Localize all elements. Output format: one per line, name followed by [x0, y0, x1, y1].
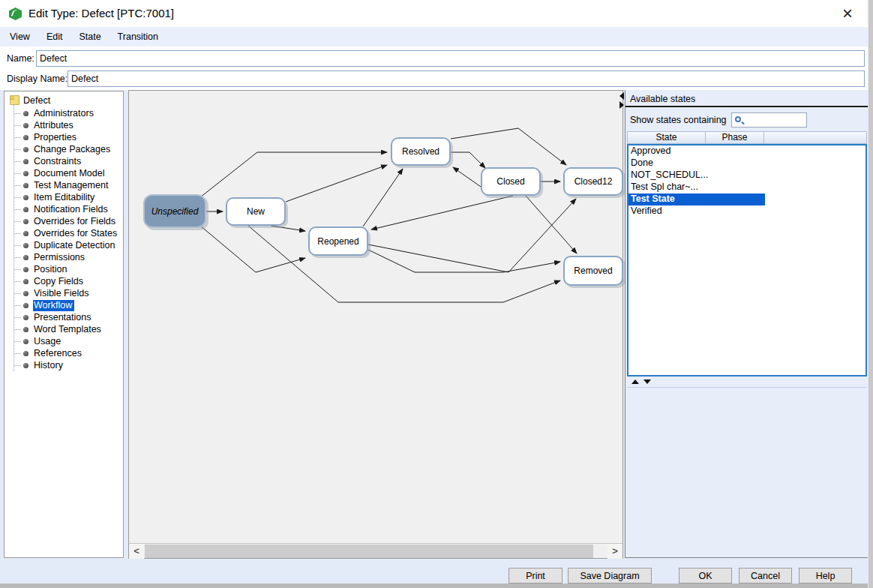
tree-connector [14, 329, 21, 330]
tree-item-overrides-for-states[interactable]: Overrides for States [4, 227, 123, 239]
tree-item-permissions[interactable]: Permissions [4, 251, 123, 263]
tree-item-duplicate-detection[interactable]: Duplicate Detection [4, 239, 123, 251]
tree-item-label: Notification Fields [33, 204, 110, 215]
cancel-button[interactable]: Cancel [739, 568, 792, 584]
tree-connector [14, 137, 21, 138]
splitter-collapse-left-icon[interactable] [620, 92, 624, 100]
tree-item-item-editability[interactable]: Item Editability [4, 191, 123, 203]
name-field[interactable] [36, 50, 865, 67]
state-node-new[interactable]: New [226, 197, 286, 226]
bullet-icon [23, 183, 28, 188]
scroll-left-button[interactable]: < [129, 544, 144, 559]
transition-edge-reopened-to-resolved[interactable] [363, 169, 403, 226]
state-node-resolved[interactable]: Resolved [391, 137, 451, 166]
help-button[interactable]: Help [799, 568, 852, 584]
tree-connector [14, 161, 21, 162]
state-node-closed[interactable]: Closed [481, 167, 541, 196]
ok-button[interactable]: OK [679, 568, 732, 584]
tree-item-references[interactable]: References [4, 347, 123, 359]
transition-edge-new-to-resolved[interactable] [286, 165, 387, 202]
tree-item-constraints[interactable]: Constraints [4, 155, 123, 167]
transition-edge-new-to-removed[interactable] [248, 226, 560, 302]
states-search-input[interactable] [744, 114, 806, 126]
tree-item-history[interactable]: History [4, 359, 123, 371]
tree-item-label: Attributes [33, 120, 76, 131]
state-node-closed12[interactable]: Closed12 [563, 167, 623, 196]
scrollbar-thumb[interactable] [145, 544, 593, 558]
transition-edge-closed-to-resolved[interactable] [453, 167, 481, 187]
transition-edge-new-to-reopened[interactable] [271, 226, 305, 231]
state-row-not-schedul[interactable]: NOT_SCHEDUL... [628, 170, 866, 182]
menu-state[interactable]: State [70, 27, 109, 46]
state-node-removed[interactable]: Removed [563, 256, 623, 286]
tree-item-notification-fields[interactable]: Notification Fields [4, 203, 123, 215]
tree-item-position[interactable]: Position [4, 263, 123, 275]
tree-item-label: Workflow [33, 300, 74, 311]
bullet-icon [23, 267, 28, 272]
tree-item-workflow[interactable]: Workflow [4, 299, 123, 311]
state-node-unspecified[interactable]: Unspecified [143, 194, 206, 228]
tree-item-word-templates[interactable]: Word Templates [4, 323, 123, 335]
states-list: ApprovedDoneNOT_SCHEDUL...Test Spl char~… [627, 144, 867, 376]
splitter-up-icon[interactable] [632, 380, 639, 384]
tree-connector [14, 317, 21, 318]
scroll-right-button[interactable]: > [608, 544, 622, 559]
transition-edge-reopened-to-closed12[interactable] [368, 199, 576, 272]
transition-edge-reopened-to-removed[interactable] [368, 250, 560, 272]
splitter-expand-right-icon[interactable] [620, 101, 624, 109]
bullet-icon [23, 135, 28, 140]
tree-item-change-packages[interactable]: Change Packages [4, 143, 123, 155]
tree-connector [14, 125, 21, 126]
transition-edge-unspecified-to-reopened[interactable] [200, 226, 305, 272]
state-row-approved[interactable]: Approved [628, 146, 866, 158]
column-header-phase[interactable]: Phase [706, 131, 764, 144]
transition-edge-closed-to-reopened[interactable] [371, 196, 513, 230]
tree-connector [14, 293, 21, 294]
workflow-diagram-canvas[interactable]: UnspecifiedNewReopenedResolvedClosedClos… [129, 91, 622, 543]
menu-edit[interactable]: Edit [38, 27, 71, 46]
bullet-icon [23, 219, 28, 224]
tree-item-administrators[interactable]: Administrators [4, 107, 123, 119]
states-filter-row: Show states containing [626, 110, 868, 130]
tree-item-usage[interactable]: Usage [4, 335, 123, 347]
bullet-icon [23, 363, 28, 368]
transition-edge-resolved-to-closed[interactable] [451, 152, 485, 168]
tree-item-test-management[interactable]: Test Management [4, 179, 123, 191]
tree-item-label: History [33, 360, 65, 371]
menu-view[interactable]: View [2, 27, 38, 46]
save-diagram-button[interactable]: Save Diagram [568, 568, 652, 584]
tree-connector [14, 257, 21, 258]
available-states-panel: Available states Show states containing … [625, 90, 868, 558]
bullet-icon [23, 207, 28, 212]
bullet-icon [23, 255, 28, 260]
tree-item-visible-fields[interactable]: Visible Fields [4, 287, 123, 299]
state-row-verified[interactable]: Verified [628, 206, 866, 218]
tree-item-document-model[interactable]: Document Model [4, 167, 123, 179]
tree-connector [14, 281, 21, 282]
transition-edge-resolved-to-closed12[interactable] [451, 128, 566, 165]
menu-transition[interactable]: Transition [110, 27, 166, 46]
states-search-box[interactable] [731, 112, 807, 128]
tree-item-attributes[interactable]: Attributes [4, 119, 123, 131]
name-label: Name: [7, 53, 34, 64]
tree-item-copy-fields[interactable]: Copy Fields [4, 275, 123, 287]
tree-item-presentations[interactable]: Presentations [4, 311, 123, 323]
state-row-test-spl-char[interactable]: Test Spl char~... [628, 182, 866, 194]
close-icon[interactable]: × [838, 3, 857, 24]
bullet-icon [23, 279, 28, 284]
state-row-test-state[interactable]: Test State [628, 194, 765, 206]
tree-root-defect[interactable]: Defect [4, 94, 123, 106]
splitter-down-icon[interactable] [644, 380, 651, 384]
state-row-done[interactable]: Done [628, 158, 866, 170]
display-name-field[interactable] [68, 70, 865, 87]
tree-item-properties[interactable]: Properties [4, 131, 123, 143]
state-node-reopened[interactable]: Reopened [308, 226, 368, 256]
transition-edge-unspecified-to-resolved[interactable] [200, 152, 387, 197]
column-header-state[interactable]: State [627, 131, 706, 144]
diagram-horizontal-scrollbar[interactable]: < > [129, 543, 622, 558]
tree-item-label: Duplicate Detection [33, 240, 117, 251]
tree-connector [14, 221, 21, 222]
print-button[interactable]: Print [508, 568, 562, 584]
tree-item-label: Administrators [33, 108, 96, 119]
tree-item-overrides-for-fields[interactable]: Overrides for Fields [4, 215, 123, 227]
